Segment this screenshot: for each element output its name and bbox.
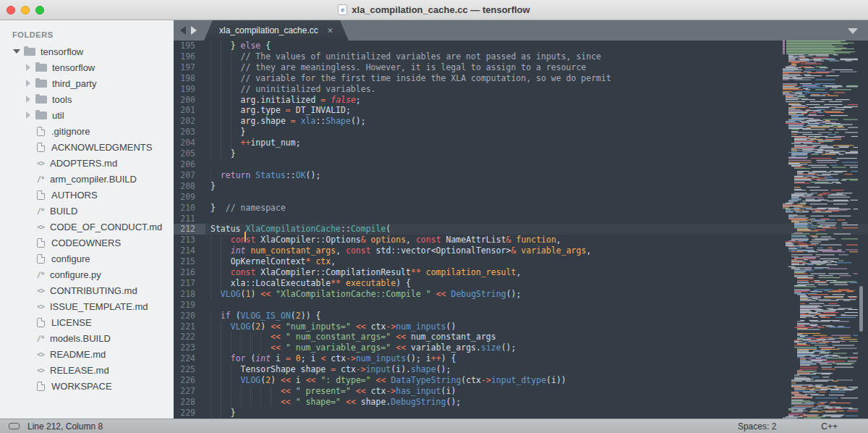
- panel-toggle-icon[interactable]: [9, 423, 20, 429]
- line-number: 207: [174, 170, 195, 181]
- code-line-198[interactable]: 198 // variable for the first time insid…: [174, 73, 868, 84]
- code-line-212[interactable]: 212Status XlaCompilationCache::Compile(: [174, 224, 868, 235]
- code-line-216[interactable]: 216 const XlaCompiler::CompilationResult…: [174, 267, 868, 278]
- code-line-213[interactable]: 213 const XlaCompiler::Options& options,…: [174, 235, 868, 245]
- sidebar-file-LICENSE[interactable]: LICENSE: [0, 314, 174, 330]
- disclosure-triangle-icon[interactable]: [23, 64, 33, 71]
- sidebar-folder-third_party[interactable]: third_party: [0, 75, 174, 91]
- code-line-content: OpKernelContext* ctx,: [210, 256, 336, 267]
- sidebar-file-README.md[interactable]: <>README.md: [0, 346, 174, 362]
- code-line-content: << " present=" << ctx->has_input(i): [210, 386, 456, 397]
- line-number: 203: [174, 127, 195, 138]
- sidebar-file-AUTHORS[interactable]: AUTHORS: [0, 187, 174, 203]
- code-line-205[interactable]: 205 }: [174, 148, 868, 159]
- sidebar-file-ISSUE_TEMPLATE.md[interactable]: <>ISSUE_TEMPLATE.md: [0, 298, 174, 314]
- tab-overflow-menu-icon[interactable]: [848, 28, 858, 34]
- sidebar-file-arm_compiler.BUILD[interactable]: /*arm_compiler.BUILD: [0, 171, 174, 187]
- sidebar-file-RELEASE.md[interactable]: <>RELEASE.md: [0, 362, 174, 378]
- code-line-208[interactable]: 208}: [174, 181, 868, 192]
- code-line-201[interactable]: 201 arg.type = DT_INVALID;: [174, 105, 868, 116]
- code-line-221[interactable]: 221 VLOG(2) << "num_inputs=" << ctx->num…: [174, 321, 868, 332]
- code-line-204[interactable]: 204 ++input_num;: [174, 138, 868, 148]
- markdown-file-icon: <>: [35, 350, 46, 358]
- code-line-203[interactable]: 203 }: [174, 127, 868, 138]
- line-number: 223: [174, 342, 195, 353]
- code-line-207[interactable]: 207 return Status::OK();: [174, 170, 868, 181]
- code-line-226[interactable]: 226 VLOG(2) << i << ": dtype=" << DataTy…: [174, 375, 868, 386]
- line-number: 211: [174, 214, 195, 224]
- code-line-202[interactable]: 202 arg.shape = xla::Shape();: [174, 116, 868, 127]
- sidebar-file-.gitignore[interactable]: .gitignore: [0, 123, 174, 139]
- code-line-229[interactable]: 229 }: [174, 408, 868, 419]
- sidebar-file-models.BUILD[interactable]: /*models.BUILD: [0, 330, 174, 346]
- code-line-217[interactable]: 217 xla::LocalExecutable** executable) {: [174, 278, 868, 289]
- sidebar-file-WORKSPACE[interactable]: WORKSPACE: [0, 378, 174, 394]
- prev-tab-icon[interactable]: [180, 26, 186, 35]
- line-number: 201: [174, 105, 195, 116]
- tab-close-icon[interactable]: ✕: [327, 26, 333, 35]
- code-editor[interactable]: 195 } else {196 // The values of uniniti…: [174, 41, 868, 419]
- code-line-content: // uninitialized variables.: [210, 84, 375, 95]
- code-line-196[interactable]: 196 // The values of uninitialized varia…: [174, 51, 868, 62]
- sidebar-item-label: WORKSPACE: [51, 381, 112, 392]
- sidebar-file-configure[interactable]: configure: [0, 251, 174, 266]
- syntax-setting[interactable]: C++: [821, 421, 838, 432]
- window-title: xla_compilation_cache.cc — tensorflow: [352, 4, 529, 15]
- code-line-209[interactable]: 209: [174, 192, 868, 203]
- line-number: 196: [174, 51, 195, 62]
- line-number: 226: [174, 375, 195, 386]
- sidebar-folder-tools[interactable]: tools: [0, 91, 174, 107]
- code-line-content: << " shape=" << shape.DebugString();: [210, 397, 461, 408]
- code-line-195[interactable]: 195 } else {: [174, 41, 868, 51]
- tab-xla-compilation-cache[interactable]: xla_compilation_cache.cc ✕: [204, 20, 349, 41]
- disclosure-triangle-icon[interactable]: [23, 112, 33, 119]
- sidebar-item-label: BUILD: [50, 206, 77, 216]
- sidebar-folder-util[interactable]: util: [0, 107, 174, 123]
- code-line-content: arg.shape = xla::Shape();: [210, 116, 366, 127]
- line-number: 218: [174, 289, 195, 300]
- sidebar-folder-tensorflow[interactable]: tensorflow: [0, 43, 174, 59]
- code-line-215[interactable]: 215 OpKernelContext* ctx,: [174, 256, 868, 267]
- code-line-219[interactable]: 219: [174, 300, 868, 311]
- line-number: 205: [174, 148, 195, 159]
- minimap[interactable]: [780, 41, 862, 419]
- code-line-218[interactable]: 218 VLOG(1) << "XlaCompilationCache::Com…: [174, 289, 868, 300]
- scrollbar-thumb[interactable]: [859, 286, 863, 332]
- sidebar-file-ADOPTERS.md[interactable]: <>ADOPTERS.md: [0, 155, 174, 171]
- code-line-206[interactable]: 206: [174, 159, 868, 170]
- code-line-content: VLOG(1) << "XlaCompilationCache::Compile…: [210, 289, 521, 300]
- sidebar-folder-tensorflow[interactable]: tensorflow: [0, 59, 174, 75]
- code-line-225[interactable]: 225 TensorShape shape = ctx->input(i).sh…: [174, 364, 868, 375]
- code-line-199[interactable]: 199 // uninitialized variables.: [174, 84, 868, 95]
- sidebar-item-label: configure: [51, 253, 90, 264]
- code-line-220[interactable]: 220 if (VLOG_IS_ON(2)) {: [174, 311, 868, 321]
- sidebar-file-BUILD[interactable]: /*BUILD: [0, 203, 174, 219]
- sidebar-file-CONTRIBUTING.md[interactable]: <>CONTRIBUTING.md: [0, 282, 174, 298]
- disclosure-triangle-icon[interactable]: [12, 49, 22, 54]
- code-line-210[interactable]: 210} // namespace: [174, 203, 868, 214]
- disclosure-triangle-icon[interactable]: [23, 96, 33, 103]
- code-line-214[interactable]: 214 int num_constant_args, const std::ve…: [174, 245, 868, 256]
- line-number: 195: [174, 41, 195, 51]
- code-line-227[interactable]: 227 << " present=" << ctx->has_input(i): [174, 386, 868, 397]
- line-number: 215: [174, 256, 195, 267]
- indentation-setting[interactable]: Spaces: 2: [738, 421, 776, 432]
- sidebar-file-CODEOWNERS[interactable]: CODEOWNERS: [0, 235, 174, 251]
- sidebar-file-ACKNOWLEDGMENTS[interactable]: ACKNOWLEDGMENTS: [0, 139, 174, 155]
- disclosure-triangle-icon[interactable]: [23, 80, 33, 87]
- code-line-222[interactable]: 222 << " num_constant_args=" << num_cons…: [174, 332, 868, 342]
- folders-header: FOLDERS: [0, 26, 174, 43]
- sidebar-file-configure.py[interactable]: /*configure.py: [0, 266, 174, 282]
- tab-label: xla_compilation_cache.cc: [219, 25, 318, 35]
- line-number: 214: [174, 245, 195, 256]
- code-line-211[interactable]: 211: [174, 214, 868, 224]
- code-line-200[interactable]: 200 arg.initialized = false;: [174, 95, 868, 106]
- code-line-228[interactable]: 228 << " shape=" << shape.DebugString();: [174, 397, 868, 408]
- line-number: 197: [174, 62, 195, 73]
- code-line-224[interactable]: 224 for (int i = 0; i < ctx->num_inputs(…: [174, 353, 868, 364]
- code-line-197[interactable]: 197 // they are meaningless. However, it…: [174, 62, 868, 73]
- sidebar-file-CODE_OF_CONDUCT.md[interactable]: <>CODE_OF_CONDUCT.md: [0, 219, 174, 235]
- code-line-223[interactable]: 223 << " num_variable_args=" << variable…: [174, 342, 868, 353]
- line-number: 212: [174, 224, 205, 235]
- next-tab-icon[interactable]: [191, 26, 197, 35]
